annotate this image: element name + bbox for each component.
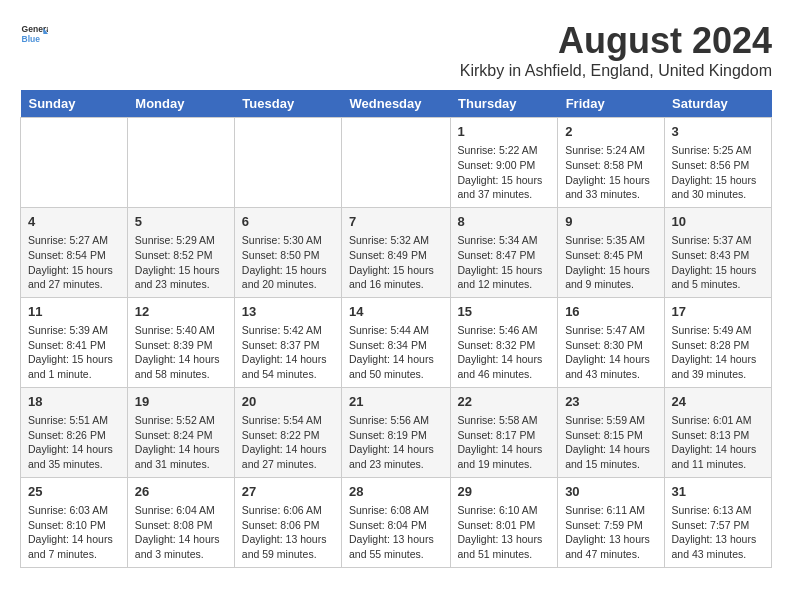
title-block: August 2024 Kirkby in Ashfield, England,… <box>460 20 772 80</box>
cell-content: Sunrise: 5:52 AM Sunset: 8:24 PM Dayligh… <box>135 413 227 472</box>
day-number: 25 <box>28 483 120 501</box>
day-number: 3 <box>672 123 764 141</box>
cell-content: Sunrise: 6:13 AM Sunset: 7:57 PM Dayligh… <box>672 503 764 562</box>
calendar-week-3: 11Sunrise: 5:39 AM Sunset: 8:41 PM Dayli… <box>21 297 772 387</box>
calendar-cell: 5Sunrise: 5:29 AM Sunset: 8:52 PM Daylig… <box>127 207 234 297</box>
calendar-cell: 9Sunrise: 5:35 AM Sunset: 8:45 PM Daylig… <box>558 207 664 297</box>
calendar-cell: 3Sunrise: 5:25 AM Sunset: 8:56 PM Daylig… <box>664 118 771 208</box>
day-number: 14 <box>349 303 443 321</box>
calendar-cell: 6Sunrise: 5:30 AM Sunset: 8:50 PM Daylig… <box>234 207 341 297</box>
calendar-week-4: 18Sunrise: 5:51 AM Sunset: 8:26 PM Dayli… <box>21 387 772 477</box>
calendar-cell: 28Sunrise: 6:08 AM Sunset: 8:04 PM Dayli… <box>342 477 451 567</box>
cell-content: Sunrise: 5:46 AM Sunset: 8:32 PM Dayligh… <box>458 323 551 382</box>
day-number: 11 <box>28 303 120 321</box>
cell-content: Sunrise: 5:34 AM Sunset: 8:47 PM Dayligh… <box>458 233 551 292</box>
day-number: 20 <box>242 393 334 411</box>
day-number: 13 <box>242 303 334 321</box>
logo: General Blue <box>20 20 48 48</box>
day-number: 23 <box>565 393 656 411</box>
cell-content: Sunrise: 5:47 AM Sunset: 8:30 PM Dayligh… <box>565 323 656 382</box>
cell-content: Sunrise: 5:32 AM Sunset: 8:49 PM Dayligh… <box>349 233 443 292</box>
calendar-week-5: 25Sunrise: 6:03 AM Sunset: 8:10 PM Dayli… <box>21 477 772 567</box>
cell-content: Sunrise: 5:49 AM Sunset: 8:28 PM Dayligh… <box>672 323 764 382</box>
calendar-cell: 30Sunrise: 6:11 AM Sunset: 7:59 PM Dayli… <box>558 477 664 567</box>
calendar-cell: 1Sunrise: 5:22 AM Sunset: 9:00 PM Daylig… <box>450 118 558 208</box>
cell-content: Sunrise: 6:06 AM Sunset: 8:06 PM Dayligh… <box>242 503 334 562</box>
calendar-cell: 2Sunrise: 5:24 AM Sunset: 8:58 PM Daylig… <box>558 118 664 208</box>
cell-content: Sunrise: 5:25 AM Sunset: 8:56 PM Dayligh… <box>672 143 764 202</box>
day-number: 6 <box>242 213 334 231</box>
cell-content: Sunrise: 5:22 AM Sunset: 9:00 PM Dayligh… <box>458 143 551 202</box>
calendar-cell: 11Sunrise: 5:39 AM Sunset: 8:41 PM Dayli… <box>21 297 128 387</box>
day-number: 12 <box>135 303 227 321</box>
calendar-cell: 8Sunrise: 5:34 AM Sunset: 8:47 PM Daylig… <box>450 207 558 297</box>
calendar-cell: 21Sunrise: 5:56 AM Sunset: 8:19 PM Dayli… <box>342 387 451 477</box>
calendar-cell <box>21 118 128 208</box>
cell-content: Sunrise: 5:37 AM Sunset: 8:43 PM Dayligh… <box>672 233 764 292</box>
calendar-cell: 18Sunrise: 5:51 AM Sunset: 8:26 PM Dayli… <box>21 387 128 477</box>
header-cell-thursday: Thursday <box>450 90 558 118</box>
calendar-cell: 31Sunrise: 6:13 AM Sunset: 7:57 PM Dayli… <box>664 477 771 567</box>
day-number: 29 <box>458 483 551 501</box>
calendar-cell <box>234 118 341 208</box>
cell-content: Sunrise: 5:54 AM Sunset: 8:22 PM Dayligh… <box>242 413 334 472</box>
calendar-cell: 29Sunrise: 6:10 AM Sunset: 8:01 PM Dayli… <box>450 477 558 567</box>
header-cell-tuesday: Tuesday <box>234 90 341 118</box>
cell-content: Sunrise: 5:42 AM Sunset: 8:37 PM Dayligh… <box>242 323 334 382</box>
calendar-cell: 13Sunrise: 5:42 AM Sunset: 8:37 PM Dayli… <box>234 297 341 387</box>
header-cell-sunday: Sunday <box>21 90 128 118</box>
calendar-cell: 23Sunrise: 5:59 AM Sunset: 8:15 PM Dayli… <box>558 387 664 477</box>
calendar-cell: 16Sunrise: 5:47 AM Sunset: 8:30 PM Dayli… <box>558 297 664 387</box>
day-number: 24 <box>672 393 764 411</box>
page-header: General Blue August 2024 Kirkby in Ashfi… <box>20 20 772 80</box>
cell-content: Sunrise: 5:30 AM Sunset: 8:50 PM Dayligh… <box>242 233 334 292</box>
calendar-cell: 22Sunrise: 5:58 AM Sunset: 8:17 PM Dayli… <box>450 387 558 477</box>
calendar-cell: 27Sunrise: 6:06 AM Sunset: 8:06 PM Dayli… <box>234 477 341 567</box>
calendar-cell <box>127 118 234 208</box>
cell-content: Sunrise: 5:29 AM Sunset: 8:52 PM Dayligh… <box>135 233 227 292</box>
day-number: 27 <box>242 483 334 501</box>
header-cell-wednesday: Wednesday <box>342 90 451 118</box>
calendar-cell <box>342 118 451 208</box>
calendar-cell: 14Sunrise: 5:44 AM Sunset: 8:34 PM Dayli… <box>342 297 451 387</box>
cell-content: Sunrise: 5:56 AM Sunset: 8:19 PM Dayligh… <box>349 413 443 472</box>
cell-content: Sunrise: 5:27 AM Sunset: 8:54 PM Dayligh… <box>28 233 120 292</box>
calendar-cell: 17Sunrise: 5:49 AM Sunset: 8:28 PM Dayli… <box>664 297 771 387</box>
cell-content: Sunrise: 6:04 AM Sunset: 8:08 PM Dayligh… <box>135 503 227 562</box>
cell-content: Sunrise: 6:01 AM Sunset: 8:13 PM Dayligh… <box>672 413 764 472</box>
day-number: 19 <box>135 393 227 411</box>
header-cell-monday: Monday <box>127 90 234 118</box>
day-number: 28 <box>349 483 443 501</box>
calendar-cell: 20Sunrise: 5:54 AM Sunset: 8:22 PM Dayli… <box>234 387 341 477</box>
logo-icon: General Blue <box>20 20 48 48</box>
header-cell-friday: Friday <box>558 90 664 118</box>
header-cell-saturday: Saturday <box>664 90 771 118</box>
day-number: 30 <box>565 483 656 501</box>
cell-content: Sunrise: 6:11 AM Sunset: 7:59 PM Dayligh… <box>565 503 656 562</box>
cell-content: Sunrise: 6:03 AM Sunset: 8:10 PM Dayligh… <box>28 503 120 562</box>
calendar-cell: 7Sunrise: 5:32 AM Sunset: 8:49 PM Daylig… <box>342 207 451 297</box>
cell-content: Sunrise: 6:10 AM Sunset: 8:01 PM Dayligh… <box>458 503 551 562</box>
day-number: 16 <box>565 303 656 321</box>
calendar-table: SundayMondayTuesdayWednesdayThursdayFrid… <box>20 90 772 568</box>
day-number: 21 <box>349 393 443 411</box>
calendar-cell: 26Sunrise: 6:04 AM Sunset: 8:08 PM Dayli… <box>127 477 234 567</box>
day-number: 5 <box>135 213 227 231</box>
day-number: 10 <box>672 213 764 231</box>
cell-content: Sunrise: 5:59 AM Sunset: 8:15 PM Dayligh… <box>565 413 656 472</box>
subtitle: Kirkby in Ashfield, England, United King… <box>460 62 772 80</box>
calendar-cell: 24Sunrise: 6:01 AM Sunset: 8:13 PM Dayli… <box>664 387 771 477</box>
cell-content: Sunrise: 5:40 AM Sunset: 8:39 PM Dayligh… <box>135 323 227 382</box>
cell-content: Sunrise: 5:51 AM Sunset: 8:26 PM Dayligh… <box>28 413 120 472</box>
cell-content: Sunrise: 6:08 AM Sunset: 8:04 PM Dayligh… <box>349 503 443 562</box>
day-number: 4 <box>28 213 120 231</box>
day-number: 22 <box>458 393 551 411</box>
day-number: 8 <box>458 213 551 231</box>
cell-content: Sunrise: 5:24 AM Sunset: 8:58 PM Dayligh… <box>565 143 656 202</box>
day-number: 17 <box>672 303 764 321</box>
cell-content: Sunrise: 5:39 AM Sunset: 8:41 PM Dayligh… <box>28 323 120 382</box>
calendar-cell: 19Sunrise: 5:52 AM Sunset: 8:24 PM Dayli… <box>127 387 234 477</box>
day-number: 7 <box>349 213 443 231</box>
svg-text:Blue: Blue <box>22 34 41 44</box>
day-number: 9 <box>565 213 656 231</box>
